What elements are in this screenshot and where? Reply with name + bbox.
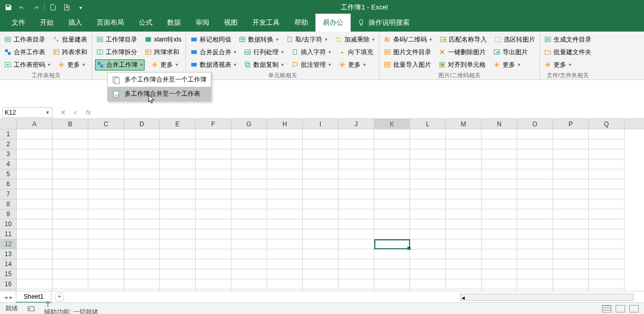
tab-help[interactable]: 帮助 (287, 14, 315, 32)
fill-down-button[interactable]: 向下填充 (338, 47, 374, 57)
row-header-14[interactable]: 14 (0, 259, 17, 269)
comment-manage-button[interactable]: 批注管理▾ (290, 60, 332, 70)
col-header-Q[interactable]: Q (589, 119, 625, 129)
cancel-formula-button[interactable]: ✕ (58, 109, 68, 116)
fx-button[interactable]: fx (83, 109, 94, 116)
status-accessibility[interactable]: 辅助功能: 一切就绪 (44, 300, 98, 314)
align-to-cell-button[interactable]: 对齐到单元格 (437, 60, 487, 70)
row-header-8[interactable]: 8 (0, 199, 17, 209)
sheet-nav[interactable]: ◂ ▸ (4, 293, 13, 301)
row-header-10[interactable]: 10 (0, 219, 17, 229)
col-header-K[interactable]: K (374, 119, 410, 129)
split-workbook-button[interactable]: 工作簿拆分 (95, 47, 138, 57)
tab-yibangong[interactable]: 易办公 (315, 14, 351, 32)
row-header-3[interactable]: 3 (0, 149, 17, 159)
accept-formula-button[interactable]: ✓ (70, 109, 81, 116)
row-header-5[interactable]: 5 (0, 169, 17, 179)
col-header-O[interactable]: O (517, 119, 553, 129)
data-convert-button[interactable]: 数据转换▾ (238, 35, 280, 45)
tell-me-search[interactable]: 操作说明搜索 (351, 14, 416, 32)
row-header-9[interactable]: 9 (0, 209, 17, 219)
workbook-toc-button[interactable]: 工作簿目录 (95, 35, 138, 45)
col-header-J[interactable]: J (339, 119, 374, 129)
insert-char-button[interactable]: 插入字符▾ (290, 47, 332, 57)
batch-create-sheets-button[interactable]: 批量建表 (52, 35, 88, 45)
more-1-button[interactable]: 更多▾ (57, 60, 86, 70)
row-header-4[interactable]: 4 (0, 159, 17, 169)
undo-button[interactable] (16, 1, 28, 14)
tab-review[interactable]: 审阅 (188, 14, 217, 32)
merge-workbooks-button[interactable]: 合并工作簿▾ (95, 59, 145, 70)
worksheet-toc-button[interactable]: 工作表目录 (3, 35, 46, 45)
tab-view[interactable]: 视图 (217, 14, 245, 32)
row-header-13[interactable]: 13 (0, 249, 17, 259)
col-header-C[interactable]: C (88, 119, 124, 129)
export-image-button[interactable]: 导出图片 (492, 47, 529, 57)
name-box[interactable]: K12 ▼ (2, 107, 53, 118)
tab-pagelayout[interactable]: 页面布局 (89, 14, 131, 32)
tab-developer[interactable]: 开发工具 (245, 14, 287, 32)
record-macro-button[interactable] (27, 305, 35, 312)
new-button[interactable] (47, 1, 59, 14)
selection-to-image-button[interactable]: 选区转图片 (493, 35, 536, 45)
col-header-E[interactable]: E (160, 119, 196, 129)
delete-images-button[interactable]: 一键删除图片 (437, 47, 487, 57)
page-layout-view-button[interactable] (616, 305, 625, 312)
merge-unmerge-button[interactable]: 合并反合并▾ (189, 47, 238, 57)
normal-view-button[interactable] (602, 305, 611, 312)
row-header-1[interactable]: 1 (0, 129, 17, 139)
preview-button[interactable] (60, 1, 73, 14)
more-3-button[interactable]: 更多▾ (338, 60, 367, 70)
pivot-table-button[interactable]: 数据透视表▾ (189, 60, 238, 70)
data-copy-button[interactable]: 数据复制▾ (243, 60, 285, 70)
cross-book-sum-button[interactable]: 跨簿求和 (144, 47, 180, 57)
select-all-corner[interactable] (0, 119, 17, 129)
mark-same-button[interactable]: 标记相同值 (189, 35, 232, 45)
more-5-button[interactable]: 更多▾ (543, 60, 573, 70)
dropdown-merge-to-sheet[interactable]: xlsx 多工作簿合并至一个工作表 (108, 87, 211, 101)
barcode-qr-button[interactable]: 条码/二维码▾ (383, 35, 433, 45)
col-header-A[interactable]: A (17, 119, 53, 129)
row-col-process-button[interactable]: 行列处理▾ (243, 47, 285, 57)
row-header-6[interactable]: 6 (0, 179, 17, 189)
qat-customize-button[interactable]: ▾ (74, 1, 87, 14)
col-header-I[interactable]: I (303, 119, 339, 129)
sheet-password-button[interactable]: 工作表密码▾ (3, 60, 52, 70)
more-2-button[interactable]: 更多▾ (150, 60, 179, 70)
col-header-D[interactable]: D (124, 119, 160, 129)
sheet-prev-icon[interactable]: ◂ (4, 293, 7, 301)
dropdown-merge-to-workbook[interactable]: 多个工作簿合并至一个工作簿 (108, 73, 211, 87)
col-header-N[interactable]: N (482, 119, 517, 129)
cells-area[interactable] (17, 129, 625, 298)
gen-file-toc-button[interactable]: 生成文件目录 (543, 35, 592, 45)
match-name-import-button[interactable]: 匹配名称导入 (438, 35, 488, 45)
tab-home[interactable]: 开始 (33, 14, 61, 32)
image-file-toc-button[interactable]: 图片文件目录 (383, 47, 432, 57)
row-header-7[interactable]: 7 (0, 189, 17, 199)
col-header-P[interactable]: P (553, 119, 589, 129)
tab-insert[interactable]: 插入 (61, 14, 89, 32)
merge-sheets-button[interactable]: 合并工作表 (3, 47, 46, 57)
save-button[interactable] (2, 1, 15, 14)
tab-formulas[interactable]: 公式 (131, 14, 160, 32)
col-header-F[interactable]: F (196, 119, 231, 129)
page-break-view-button[interactable] (629, 305, 639, 312)
horizontal-scrollbar[interactable]: ◂ (460, 293, 633, 301)
batch-create-folders-button[interactable]: 批量建文件夹 (543, 47, 592, 57)
xlam-to-xls-button[interactable]: xlam转xls (144, 35, 182, 45)
sheet-next-icon[interactable]: ▸ (9, 293, 13, 301)
cross-sheet-sum-button[interactable]: 跨表求和 (52, 47, 88, 57)
row-header-2[interactable]: 2 (0, 139, 17, 149)
tab-file[interactable]: 文件 (4, 14, 33, 32)
get-remove-char-button[interactable]: 取/去字符▾ (285, 35, 329, 45)
row-header-12[interactable]: 12 (0, 239, 17, 249)
col-header-H[interactable]: H (267, 119, 303, 129)
row-header-15[interactable]: 15 (0, 269, 17, 279)
arithmetic-button[interactable]: 加减乘除▾ (334, 35, 376, 45)
redo-button[interactable] (29, 1, 42, 14)
more-4-button[interactable]: 更多▾ (492, 60, 522, 70)
col-header-B[interactable]: B (53, 119, 88, 129)
batch-import-image-button[interactable]: 批量导入图片 (383, 60, 432, 70)
col-header-M[interactable]: M (446, 119, 482, 129)
row-header-11[interactable]: 11 (0, 229, 17, 239)
